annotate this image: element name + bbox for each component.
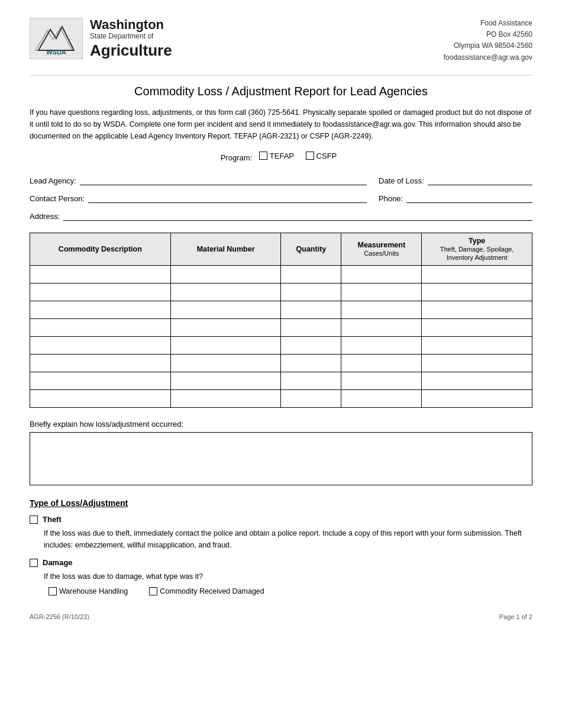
table-cell[interactable] — [281, 319, 341, 337]
table-cell[interactable] — [341, 390, 422, 408]
date-of-loss-label: Date of Loss: — [379, 176, 424, 185]
contact-person-input[interactable] — [88, 191, 367, 203]
table-row — [30, 319, 532, 337]
table-cell[interactable] — [30, 355, 171, 372]
table-cell[interactable] — [422, 372, 532, 390]
table-cell[interactable] — [170, 372, 281, 390]
col-type-label: Type — [469, 237, 485, 245]
table-cell[interactable] — [30, 319, 171, 337]
tefap-label: TEFAP — [270, 152, 294, 160]
phone-label: Phone: — [379, 194, 403, 203]
col-meas-sub: Cases/Units — [364, 250, 399, 257]
table-body — [30, 266, 532, 408]
phone-input[interactable] — [406, 191, 532, 203]
table-cell[interactable] — [30, 337, 171, 355]
table-cell[interactable] — [341, 372, 422, 390]
damage-label: Damage — [43, 558, 73, 567]
col-qty-label: Quantity — [296, 245, 327, 253]
table-cell[interactable] — [170, 355, 281, 372]
col-meas-label: Measurement — [357, 241, 405, 249]
page-title: Commodity Loss / Adjustment Report for L… — [30, 85, 532, 98]
csfp-checkbox[interactable] — [306, 152, 314, 160]
table-cell[interactable] — [341, 301, 422, 319]
table-cell[interactable] — [281, 372, 341, 390]
phone-field: Phone: — [379, 191, 532, 203]
contact-person-label: Contact Person: — [30, 194, 85, 203]
table-cell[interactable] — [281, 266, 341, 284]
table-cell[interactable] — [281, 301, 341, 319]
table-cell[interactable] — [281, 337, 341, 355]
table-cell[interactable] — [281, 390, 341, 408]
damage-text: If the loss was due to damage, what type… — [44, 571, 532, 582]
table-cell[interactable] — [170, 337, 281, 355]
table-row — [30, 284, 532, 301]
theft-checkbox[interactable] — [30, 516, 38, 524]
damage-checkbox[interactable] — [30, 559, 38, 567]
table-cell[interactable] — [341, 355, 422, 372]
table-cell[interactable] — [341, 266, 422, 284]
form-fields: Lead Agency: Date of Loss: Contact Perso… — [30, 173, 532, 221]
table-cell[interactable] — [422, 301, 532, 319]
address-row: Address: — [30, 209, 532, 221]
damage-sub-row: Warehouse Handling Commodity Received Da… — [44, 587, 532, 595]
table-cell[interactable] — [341, 319, 422, 337]
explain-textarea[interactable] — [30, 432, 532, 485]
table-cell[interactable] — [341, 284, 422, 301]
logo-section: WSDA Washington State Department of Agri… — [30, 18, 172, 60]
table-cell[interactable] — [30, 266, 171, 284]
table-cell[interactable] — [422, 337, 532, 355]
page-number: Page 1 of 2 — [499, 613, 532, 620]
header-divider — [30, 75, 532, 76]
table-cell[interactable] — [170, 284, 281, 301]
col-type-sub: Theft, Damage, Spoilage, Inventory Adjus… — [440, 246, 514, 261]
address-line2: PO Box 42560 — [444, 29, 532, 40]
commodity-received-option[interactable]: Commodity Received Damaged — [149, 587, 264, 595]
csfp-option[interactable]: CSFP — [306, 152, 337, 160]
warehouse-handling-checkbox[interactable] — [49, 587, 57, 595]
theft-item: Theft If the loss was due to theft, imme… — [30, 515, 532, 551]
form-id: AGR-2256 (R/10/23) — [30, 613, 89, 620]
address-line3: Olympia WA 98504-2560 — [444, 40, 532, 51]
table-row — [30, 337, 532, 355]
table-row — [30, 390, 532, 408]
lead-agency-label: Lead Agency: — [30, 176, 76, 185]
table-cell[interactable] — [170, 390, 281, 408]
tefap-option[interactable]: TEFAP — [259, 152, 294, 160]
svg-text:WSDA: WSDA — [46, 49, 66, 56]
table-cell[interactable] — [170, 319, 281, 337]
table-cell[interactable] — [170, 266, 281, 284]
commodity-received-label: Commodity Received Damaged — [160, 587, 264, 595]
table-cell[interactable] — [170, 301, 281, 319]
table-cell[interactable] — [422, 355, 532, 372]
table-cell[interactable] — [281, 355, 341, 372]
row-lead-date: Lead Agency: Date of Loss: — [30, 173, 532, 185]
theft-text: If the loss was due to theft, immediatel… — [44, 527, 532, 551]
program-label: Program: — [221, 153, 252, 162]
col-header-material: Material Number — [170, 233, 281, 266]
table-cell[interactable] — [30, 301, 171, 319]
table-cell[interactable] — [422, 284, 532, 301]
address-email: foodassistance@agr.wa.gov — [444, 52, 532, 63]
page-footer: AGR-2256 (R/10/23) Page 1 of 2 — [30, 613, 532, 620]
lead-agency-input[interactable] — [80, 173, 367, 185]
tefap-checkbox[interactable] — [259, 152, 267, 160]
table-cell[interactable] — [30, 284, 171, 301]
org-name-block: Washington State Department of Agricultu… — [90, 18, 172, 60]
table-cell[interactable] — [422, 319, 532, 337]
damage-sub-options: Warehouse Handling Commodity Received Da… — [44, 587, 532, 595]
table-row — [30, 372, 532, 390]
date-of-loss-input[interactable] — [428, 173, 532, 185]
wsda-logo: WSDA — [30, 18, 83, 59]
table-cell[interactable] — [341, 337, 422, 355]
warehouse-handling-label: Warehouse Handling — [59, 587, 128, 595]
table-cell[interactable] — [30, 372, 171, 390]
commodity-received-checkbox[interactable] — [149, 587, 157, 595]
warehouse-handling-option[interactable]: Warehouse Handling — [49, 587, 128, 595]
table-cell[interactable] — [422, 266, 532, 284]
address-input[interactable] — [63, 209, 532, 221]
damage-item: Damage If the loss was due to damage, wh… — [30, 558, 532, 595]
theft-label: Theft — [43, 515, 62, 524]
table-cell[interactable] — [281, 284, 341, 301]
table-cell[interactable] — [422, 390, 532, 408]
table-cell[interactable] — [30, 390, 171, 408]
